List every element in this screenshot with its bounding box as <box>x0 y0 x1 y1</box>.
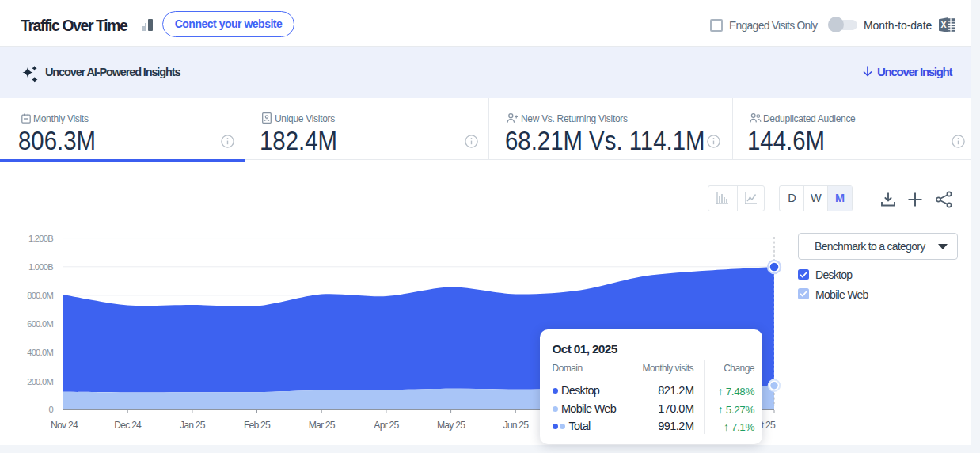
svg-text:X: X <box>940 20 946 29</box>
svg-text:200.0M: 200.0M <box>27 377 53 386</box>
svg-text:Jan 25: Jan 25 <box>180 420 206 431</box>
svg-text:May 25: May 25 <box>437 420 465 431</box>
svg-text:Feb 25: Feb 25 <box>244 420 271 431</box>
svg-text:1.000B: 1.000B <box>28 262 53 272</box>
svg-text:800.0M: 800.0M <box>27 291 53 300</box>
svg-text:Jun 25: Jun 25 <box>503 420 529 431</box>
svg-text:1.200B: 1.200B <box>28 234 53 243</box>
svg-text:Mar 25: Mar 25 <box>309 420 336 431</box>
svg-text:400.0M: 400.0M <box>27 348 53 357</box>
svg-text:Dec 24: Dec 24 <box>114 420 142 431</box>
svg-text:Nov 24: Nov 24 <box>51 420 78 431</box>
svg-text:Apr 25: Apr 25 <box>374 420 399 431</box>
svg-text:600.0M: 600.0M <box>27 319 53 329</box>
svg-text:0: 0 <box>49 405 54 414</box>
